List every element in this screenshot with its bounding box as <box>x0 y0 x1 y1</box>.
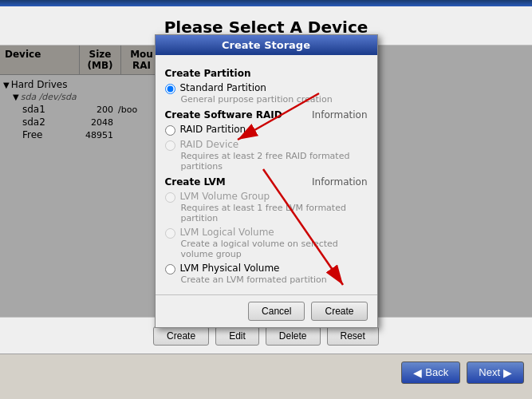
dialog-create-button[interactable]: Create <box>311 302 367 321</box>
next-label: Next <box>479 366 500 378</box>
raid-device-desc: Requires at least 2 free RAID formated p… <box>165 151 368 172</box>
lvm-logical-volume-label: LVM Logical Volume <box>180 227 274 238</box>
lvm-logical-volume-radio[interactable] <box>165 228 175 239</box>
raid-device-radio[interactable] <box>165 140 175 151</box>
next-arrow-icon: ▶ <box>503 366 512 379</box>
radio-lvm-physical-volume-row: LVM Physical Volume <box>165 263 368 275</box>
dialog-cancel-button[interactable]: Cancel <box>248 302 305 321</box>
section-create-partition: Create Partition <box>165 68 368 79</box>
dialog-footer: Cancel Create <box>156 294 377 327</box>
next-button[interactable]: Next ▶ <box>467 361 524 384</box>
nav-bar: ◀ Back Next ▶ <box>0 354 532 390</box>
dialog-body: Create Partition Standard Partition Gene… <box>156 55 377 294</box>
radio-raid-partition-row: RAID Partition <box>165 124 368 136</box>
radio-raid-device-row: RAID Device <box>165 139 368 151</box>
delete-button[interactable]: Delete <box>266 326 321 346</box>
radio-standard-partition-row: Standard Partition <box>165 82 368 94</box>
lvm-physical-volume-label: LVM Physical Volume <box>180 263 280 274</box>
lvm-logical-volume-desc: Create a logical volume on selected volu… <box>165 239 368 259</box>
lvm-volume-group-desc: Requires at least 1 free LVM formated pa… <box>165 203 368 223</box>
back-button[interactable]: ◀ Back <box>401 361 460 384</box>
standard-partition-radio[interactable] <box>165 84 175 94</box>
edit-button[interactable]: Edit <box>215 326 259 346</box>
raid-device-label: RAID Device <box>180 139 239 150</box>
raid-partition-label: RAID Partition <box>180 124 246 135</box>
radio-lvm-logical-volume-row: LVM Logical Volume <box>165 227 368 239</box>
lvm-volume-group-radio[interactable] <box>165 192 175 203</box>
standard-partition-desc: General purpose partition creation <box>165 94 368 105</box>
section-create-software-raid: Information Create Software RAID <box>165 109 368 120</box>
top-bar <box>0 0 532 6</box>
back-label: Back <box>425 366 448 378</box>
standard-partition-label: Standard Partition <box>180 82 266 93</box>
back-arrow-icon: ◀ <box>413 366 422 379</box>
create-button[interactable]: Create <box>153 326 209 346</box>
modal-overlay: Create Storage Create Partition Standard… <box>0 45 532 317</box>
section-create-lvm: Information Create LVM <box>165 176 368 188</box>
dialog-title: Create Storage <box>156 35 377 55</box>
lvm-physical-volume-radio[interactable] <box>165 264 175 275</box>
lvm-volume-group-label: LVM Volume Group <box>180 191 270 202</box>
lvm-physical-volume-desc: Create an LVM formated partition <box>165 275 368 285</box>
main-content: Device Size(MB) MouRAI ▼ Hard Drives ▼ s… <box>0 45 532 317</box>
reset-button[interactable]: Reset <box>327 326 379 346</box>
raid-partition-radio[interactable] <box>165 125 175 136</box>
create-storage-dialog: Create Storage Create Partition Standard… <box>155 34 378 328</box>
radio-lvm-volume-group-row: LVM Volume Group <box>165 191 368 203</box>
